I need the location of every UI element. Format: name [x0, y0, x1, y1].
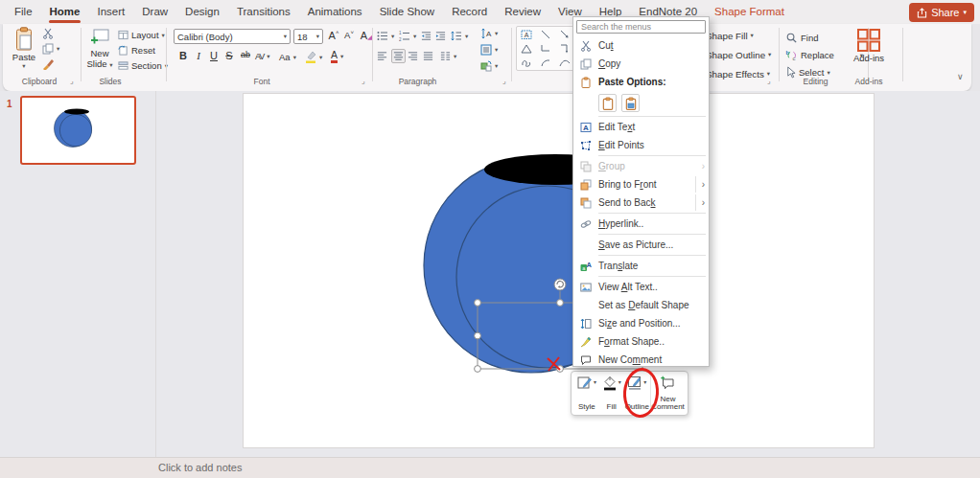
menu-item-format-shape[interactable]: Format Shape.. — [573, 332, 709, 351]
slide-canvas[interactable] — [243, 93, 875, 448]
tab-record[interactable]: Record — [443, 0, 496, 24]
line-spacing-button[interactable]: ▾ — [451, 31, 468, 41]
align-right-button[interactable] — [408, 51, 418, 61]
arc-shape-icon — [540, 57, 551, 69]
format-icon — [578, 335, 593, 348]
tab-transitions[interactable]: Transitions — [228, 0, 299, 24]
align-left-button[interactable] — [377, 51, 387, 61]
menu-item-label: New Comment — [598, 354, 662, 365]
menu-item-edit-points[interactable]: Edit Points — [573, 136, 709, 154]
menu-item-view-alt-text[interactable]: View Alt Text.. — [573, 278, 709, 296]
underline-button[interactable]: U — [207, 50, 221, 61]
group-icon — [578, 160, 593, 172]
text-direction-button[interactable]: A▾ — [480, 28, 498, 39]
tab-animations[interactable]: Animations — [299, 0, 371, 24]
size-icon — [578, 317, 593, 330]
italic-button[interactable]: I — [192, 50, 205, 61]
triangle-shape-icon — [521, 43, 532, 55]
font-dialog-launcher[interactable]: ⌟ — [362, 77, 365, 85]
tab-home[interactable]: Home — [41, 0, 89, 24]
menu-item-edit-text[interactable]: AEdit Text — [573, 118, 709, 136]
menu-item-copy[interactable]: Copy — [573, 55, 709, 73]
new-slide-button[interactable]: New Slide ▾ — [84, 27, 115, 69]
paste-as-picture-icon[interactable] — [621, 94, 640, 112]
menu-item-send-to-back[interactable]: Send to Back› — [573, 193, 709, 212]
rotation-handle[interactable] — [554, 279, 566, 290]
notes-pane[interactable]: Click to add notes — [0, 457, 980, 478]
context-menu: CutCopyPaste Options:AEdit TextEdit Poin… — [572, 16, 710, 367]
menu-item-save-as-picture[interactable]: Save as Picture... — [573, 236, 709, 254]
slide-thumbnail[interactable] — [20, 96, 136, 165]
share-button[interactable]: Share ▾ — [909, 3, 974, 22]
shrink-font-button[interactable]: A˅ — [342, 30, 356, 40]
editpoints-icon — [578, 139, 593, 151]
tab-review[interactable]: Review — [496, 0, 549, 24]
align-center-button[interactable] — [391, 49, 406, 63]
tab-insert[interactable]: Insert — [88, 0, 133, 24]
convert-to-smartart-button[interactable]: ▾ — [480, 60, 498, 72]
clear-formatting-button[interactable]: A◢ — [360, 30, 373, 41]
collapse-ribbon-chevron-icon[interactable]: ∨ — [957, 72, 964, 81]
text-box-icon: A — [521, 29, 532, 40]
tab-shape-format[interactable]: Shape Format — [706, 0, 793, 24]
menu-item-paste-options[interactable]: Paste Options: — [573, 73, 709, 91]
cut-button[interactable] — [42, 28, 54, 39]
character-spacing-button[interactable]: AV▾ — [255, 52, 270, 61]
clipboard-dialog-launcher[interactable]: ⌟ — [70, 77, 74, 85]
menu-item-translate[interactable]: aATranslate — [573, 257, 709, 275]
justify-button[interactable] — [423, 51, 433, 61]
strikethrough-button[interactable]: S — [222, 50, 236, 61]
resize-handle-top-center[interactable] — [557, 300, 564, 307]
increase-indent-button[interactable] — [435, 31, 446, 41]
tab-slide-show[interactable]: Slide Show — [371, 0, 444, 24]
back-icon — [578, 196, 593, 209]
highlight-color-button[interactable]: ▾ — [305, 51, 322, 63]
decrease-indent-button[interactable] — [421, 31, 432, 41]
bold-button[interactable]: B — [176, 50, 190, 61]
resize-handle-top-left[interactable] — [475, 300, 481, 307]
section-button[interactable]: Section▾ — [118, 60, 168, 71]
menu-item-set-as-default-shape[interactable]: Set as Default Shape — [573, 296, 709, 314]
format-painter-button[interactable] — [42, 58, 54, 70]
paragraph-dialog-launcher[interactable]: ⌟ — [502, 77, 506, 85]
menu-item-hyperlink[interactable]: Hyperlink.. — [573, 215, 709, 233]
highlight-pen-icon — [305, 51, 316, 63]
menu-item-new-comment[interactable]: New Comment — [573, 351, 709, 369]
minibar-style-button[interactable]: ▾Style — [574, 374, 599, 413]
front-icon — [578, 178, 593, 191]
submenu-arrow-icon: › — [696, 161, 705, 171]
font-family-combo[interactable]: Calibri (Body)▾ — [174, 29, 291, 44]
columns-button[interactable]: ▾ — [440, 51, 456, 61]
minibar-fill-button[interactable]: ▾Fill — [599, 374, 624, 413]
tab-draw[interactable]: Draw — [133, 0, 176, 24]
resize-handle-bottom-left[interactable] — [475, 366, 481, 373]
shapes-gallery[interactable]: A — [516, 26, 575, 71]
font-size-combo[interactable]: 18▾ — [293, 29, 323, 44]
drawing-dialog-launcher[interactable]: ⌟ — [767, 77, 771, 85]
bullets-icon — [377, 31, 388, 41]
new-slide-icon — [89, 27, 110, 48]
double-strikethrough-button[interactable]: ab — [239, 50, 252, 59]
add-ins-button[interactable]: Add-ins — [849, 28, 889, 63]
paste-button[interactable]: Paste ▾ — [8, 27, 40, 70]
align-text-button[interactable]: ▾ — [480, 44, 498, 56]
resize-handle-mid-left[interactable] — [475, 332, 481, 339]
menu-item-size-and-position[interactable]: Size and Position... — [573, 314, 709, 332]
find-button[interactable]: Find — [785, 32, 818, 44]
menu-separator — [598, 234, 706, 235]
font-color-button[interactable]: A ▾ — [331, 50, 343, 63]
copy-button[interactable]: ▾ — [42, 43, 59, 55]
align-right-icon — [408, 51, 418, 61]
grow-font-button[interactable]: A˄ — [327, 30, 340, 41]
numbering-button[interactable]: 12▾ — [399, 31, 416, 41]
paste-keep-formatting-icon[interactable] — [598, 94, 617, 112]
bullets-button[interactable]: ▾ — [377, 31, 394, 41]
menu-search-input[interactable] — [576, 20, 706, 34]
menu-item-bring-to-front[interactable]: Bring to Front› — [573, 175, 709, 193]
tab-design[interactable]: Design — [176, 0, 228, 24]
change-case-button[interactable]: Aa▾ — [279, 52, 296, 62]
reset-button[interactable]: Reset — [118, 45, 155, 56]
menu-item-cut[interactable]: Cut — [573, 36, 709, 55]
tab-file[interactable]: File — [6, 0, 41, 24]
layout-button[interactable]: Layout▾ — [118, 30, 165, 40]
